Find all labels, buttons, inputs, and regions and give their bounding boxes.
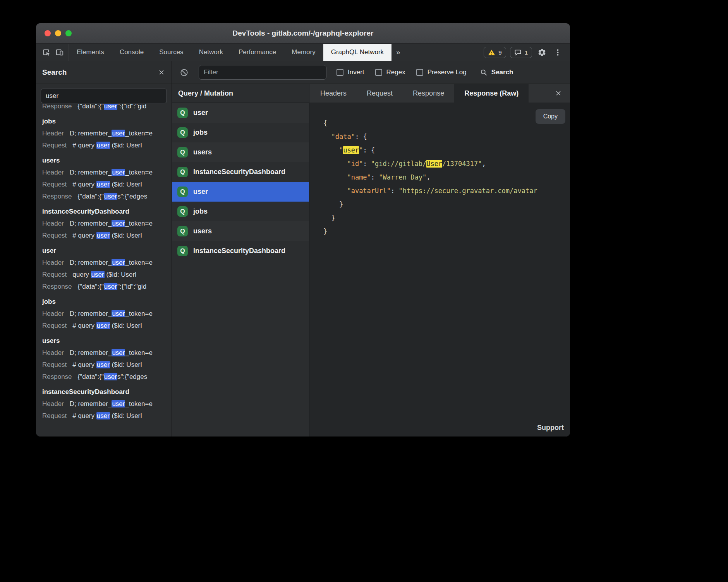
search-result-line[interactable]: HeaderD; remember_user_token=e	[42, 347, 165, 359]
query-list-item[interactable]: Qjobs	[172, 202, 309, 221]
query-list-item[interactable]: Qjobs	[172, 123, 309, 142]
search-result-text: ($id: UserI	[110, 142, 142, 149]
json-segment: "data"	[331, 133, 355, 140]
zoom-window-button[interactable]	[65, 30, 72, 36]
device-toolbar-icon[interactable]	[55, 48, 64, 56]
tab-elements[interactable]: Elements	[69, 44, 112, 61]
search-result-group: usersHeaderD; remember_user_token=eReque…	[42, 154, 165, 202]
search-result-text: D; remember_	[70, 259, 112, 266]
search-result-line[interactable]: HeaderD; remember_user_token=e	[42, 217, 165, 229]
search-result-group: jobsHeaderD; remember_user_token=eReques…	[42, 296, 165, 332]
json-segment: "avatarUrl"	[347, 187, 391, 195]
columns: Query / Mutation QuserQjobsQusersQinstan…	[172, 84, 570, 436]
response-tab-response-raw[interactable]: Response (Raw)	[454, 84, 529, 103]
checkbox-preserve-log[interactable]: Preserve Log	[416, 68, 467, 76]
checkbox-regex[interactable]: Regex	[375, 68, 405, 76]
search-result-line[interactable]: Request# query user ($id: UserI	[42, 229, 165, 241]
copy-button[interactable]: Copy	[536, 109, 565, 124]
more-tabs-button[interactable]: »	[391, 44, 405, 61]
query-list-item[interactable]: Qusers	[172, 142, 309, 162]
more-options-button[interactable]	[552, 48, 564, 57]
search-panel: Search Response{"data":{"user":{"id":"gi…	[36, 61, 172, 436]
checkbox-box[interactable]	[375, 69, 382, 76]
tab-console[interactable]: Console	[112, 44, 151, 61]
clear-button[interactable]	[180, 68, 189, 77]
search-result-line[interactable]: Response{"data":{"user":{"id":"gid	[42, 281, 165, 293]
checkbox-box[interactable]	[416, 69, 423, 76]
search-result-line[interactable]: HeaderD; remember_user_token=e	[42, 257, 165, 269]
search-result-text: ":{"id":"gid	[117, 283, 146, 290]
search-result-line[interactable]: HeaderD; remember_user_token=e	[42, 166, 165, 178]
search-result-text: # query	[72, 361, 96, 368]
json-segment	[323, 133, 331, 140]
json-segment: "id"	[347, 160, 363, 168]
titlebar: DevTools - gitlab.com/-/graphql-explorer	[36, 23, 570, 44]
tab-graphql-network[interactable]: GraphQL Network	[323, 44, 391, 61]
search-result-line[interactable]: Request# query user ($id: UserI	[42, 410, 165, 422]
search-match-highlight: user	[112, 310, 125, 317]
search-result-line[interactable]: Response{"data":{"user":{"id":"gid	[42, 104, 165, 112]
search-result-label: Request	[42, 232, 67, 239]
search-result-label: Request	[42, 181, 67, 188]
checkbox-box[interactable]	[337, 69, 343, 76]
search-panel-title: Search	[42, 68, 158, 77]
close-response-panel-button[interactable]	[547, 84, 570, 103]
search-result-line[interactable]: Request# query user ($id: UserI	[42, 178, 165, 190]
search-result-text: D; remember_	[70, 169, 112, 176]
query-list-item[interactable]: QinstanceSecurityDashboard	[172, 241, 309, 261]
search-result-title: jobs	[42, 296, 165, 308]
search-result-group: userHeaderD; remember_user_token=eReques…	[42, 245, 165, 293]
search-result-line[interactable]: Request# query user ($id: UserI	[42, 320, 165, 332]
tab-sources[interactable]: Sources	[151, 44, 191, 61]
search-result-text: D; remember_	[70, 310, 112, 317]
search-result-line[interactable]: HeaderD; remember_user_token=e	[42, 398, 165, 410]
inspect-cursor-icon[interactable]	[42, 48, 51, 56]
search-input[interactable]	[41, 89, 167, 103]
minimize-window-button[interactable]	[55, 30, 61, 36]
search-result-label: Header	[42, 310, 64, 317]
messages-badge[interactable]: 1	[510, 47, 532, 58]
search-result-line[interactable]: HeaderD; remember_user_token=e	[42, 308, 165, 320]
json-segment: "name"	[347, 173, 371, 181]
close-search-panel-button[interactable]	[158, 68, 165, 76]
settings-button[interactable]	[536, 48, 548, 57]
search-result-line[interactable]: Request# query user ($id: UserI	[42, 359, 165, 371]
search-result-text: # query	[72, 142, 96, 149]
search-result-title: instanceSecurityDashboard	[42, 205, 165, 217]
query-list-item[interactable]: Quser	[172, 103, 309, 123]
search-result-line[interactable]: Request# query user ($id: UserI	[42, 139, 165, 151]
search-match-highlight: user	[104, 283, 117, 290]
query-type-badge: Q	[177, 147, 188, 157]
json-segment: "https://secure.gravatar.com/avatar	[399, 187, 537, 195]
search-result-line[interactable]: Response{"data":{"users":{"edges	[42, 371, 165, 383]
query-type-badge: Q	[177, 246, 188, 256]
checkbox-invert[interactable]: Invert	[337, 68, 364, 76]
tab-memory[interactable]: Memory	[284, 44, 323, 61]
search-result-line[interactable]: HeaderD; remember_user_token=e	[42, 127, 165, 139]
search-result-label: Header	[42, 220, 64, 227]
tab-network[interactable]: Network	[191, 44, 231, 61]
query-list-item[interactable]: Qusers	[172, 221, 309, 241]
tab-performance[interactable]: Performance	[231, 44, 284, 61]
response-tab-request[interactable]: Request	[357, 84, 403, 103]
response-tab-headers[interactable]: Headers	[310, 84, 357, 103]
search-result-group: instanceSecurityDashboardHeaderD; rememb…	[42, 205, 165, 241]
close-window-button[interactable]	[45, 30, 51, 36]
search-result-line[interactable]: Requestquery user ($id: UserI	[42, 269, 165, 281]
search-result-label: Header	[42, 130, 64, 137]
toolbar-search-button[interactable]: Search	[480, 68, 513, 76]
query-list-item[interactable]: QinstanceSecurityDashboard	[172, 162, 309, 182]
devtools-tabbar: ElementsConsoleSourcesNetworkPerformance…	[36, 44, 570, 61]
response-tab-response[interactable]: Response	[403, 84, 454, 103]
close-icon	[158, 68, 165, 76]
query-name: jobs	[193, 128, 208, 137]
support-link[interactable]: Support	[537, 424, 564, 432]
json-segment: : {	[363, 146, 375, 154]
search-panel-header: Search	[36, 61, 172, 84]
query-list-item[interactable]: Quser	[172, 182, 309, 202]
filter-input[interactable]	[199, 65, 326, 80]
search-result-text: s":{"edges	[117, 373, 147, 380]
warnings-badge[interactable]: 9	[484, 47, 506, 58]
response-tabs: HeadersRequestResponseResponse (Raw)	[309, 84, 570, 103]
search-result-line[interactable]: Response{"data":{"users":{"edges	[42, 190, 165, 202]
